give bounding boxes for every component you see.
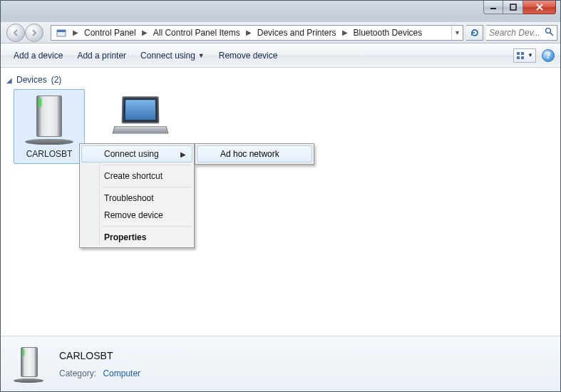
breadcrumb-item[interactable]: Bluetooth Devices <box>349 26 427 40</box>
cmd-connect-using-label: Connect using <box>140 51 195 61</box>
details-pane: CARLOSBT Category: Computer <box>1 336 560 391</box>
thumbnails-icon <box>516 51 525 60</box>
breadcrumb-item[interactable]: All Control Panel Items <box>149 26 245 40</box>
menu-separator <box>103 187 191 187</box>
forward-button[interactable] <box>25 24 43 42</box>
collapse-icon: ◢ <box>6 76 12 84</box>
device-label: CARLOSBT <box>14 149 84 159</box>
nav-buttons <box>6 24 43 42</box>
device-item[interactable] <box>101 92 172 148</box>
menu-item-create-shortcut[interactable]: Create shortcut <box>81 167 192 185</box>
address-bar[interactable]: ▶ Control Panel ▶ All Control Panel Item… <box>51 25 463 41</box>
address-right: ▾ <box>451 26 463 40</box>
cmd-add-printer[interactable]: Add a printer <box>70 48 133 63</box>
menu-item-remove-device[interactable]: Remove device <box>81 207 192 224</box>
svg-rect-0 <box>490 8 496 9</box>
refresh-button[interactable] <box>466 25 483 41</box>
caption-buttons <box>483 1 556 15</box>
menu-separator <box>103 165 191 165</box>
chevron-right-icon: ▶ <box>140 29 149 36</box>
chevron-down-icon: ▼ <box>198 52 205 59</box>
menu-item-label: Connect using <box>104 149 159 159</box>
details-category-label: Category: <box>59 368 96 378</box>
explorer-window: ▶ Control Panel ▶ All Control Panel Item… <box>0 0 561 392</box>
details-thumb <box>11 344 46 384</box>
menu-item-properties[interactable]: Properties <box>81 229 192 246</box>
breadcrumb-item[interactable]: Devices and Printers <box>253 26 341 40</box>
laptop-icon <box>108 92 165 145</box>
location-icon <box>54 27 68 38</box>
group-header[interactable]: ◢ Devices (2) <box>6 75 61 85</box>
menu-item-connect-using[interactable]: Connect using ▶ <box>81 145 192 163</box>
computer-tower-icon <box>21 93 78 146</box>
chevron-right-icon: ▶ <box>71 29 80 36</box>
minimize-button[interactable] <box>483 1 503 14</box>
context-menu: Connect using ▶ Create shortcut Troubles… <box>79 143 195 248</box>
cmd-remove-device[interactable]: Remove device <box>212 48 285 63</box>
help-button[interactable]: ? <box>542 49 555 62</box>
device-item-selected[interactable]: CARLOSBT <box>14 89 85 164</box>
details-category-value[interactable]: Computer <box>103 368 140 378</box>
svg-point-4 <box>546 28 551 33</box>
svg-rect-9 <box>521 56 524 59</box>
breadcrumb-item[interactable]: Control Panel <box>80 26 140 40</box>
close-button[interactable] <box>523 1 556 14</box>
search-placeholder: Search Dev... <box>489 28 540 38</box>
svg-rect-8 <box>517 56 520 59</box>
chevron-right-icon: ▶ <box>341 29 349 36</box>
details-name: CARLOSBT <box>59 350 140 361</box>
view-options-button[interactable]: ▼ <box>513 48 536 63</box>
group-count: (2) <box>51 75 62 85</box>
context-submenu: Ad hoc network <box>195 143 314 165</box>
chevron-right-icon: ▶ <box>180 150 186 158</box>
command-bar: Add a device Add a printer Connect using… <box>1 43 560 68</box>
computer-tower-icon <box>11 344 46 384</box>
cmd-add-device[interactable]: Add a device <box>6 48 70 63</box>
svg-line-5 <box>550 33 553 36</box>
cmd-connect-using[interactable]: Connect using ▼ <box>133 48 212 63</box>
svg-rect-6 <box>517 52 520 55</box>
search-icon <box>545 27 554 38</box>
svg-rect-3 <box>57 30 66 32</box>
submenu-item-adhoc[interactable]: Ad hoc network <box>197 145 312 163</box>
address-history-dropdown[interactable]: ▾ <box>451 26 463 40</box>
navigation-row: ▶ Control Panel ▶ All Control Panel Item… <box>1 22 560 43</box>
svg-rect-7 <box>521 52 524 55</box>
menu-item-troubleshoot[interactable]: Troubleshoot <box>81 190 192 207</box>
maximize-button[interactable] <box>503 1 523 14</box>
chevron-down-icon: ▼ <box>527 52 533 58</box>
menu-separator <box>103 226 191 227</box>
chevron-right-icon: ▶ <box>245 29 253 36</box>
back-button[interactable] <box>6 24 25 42</box>
details-meta: CARLOSBT Category: Computer <box>59 350 140 378</box>
titlebar-strip <box>1 1 560 22</box>
group-label: Devices <box>16 75 47 85</box>
svg-rect-1 <box>510 4 516 10</box>
search-input[interactable]: Search Dev... <box>486 25 557 41</box>
